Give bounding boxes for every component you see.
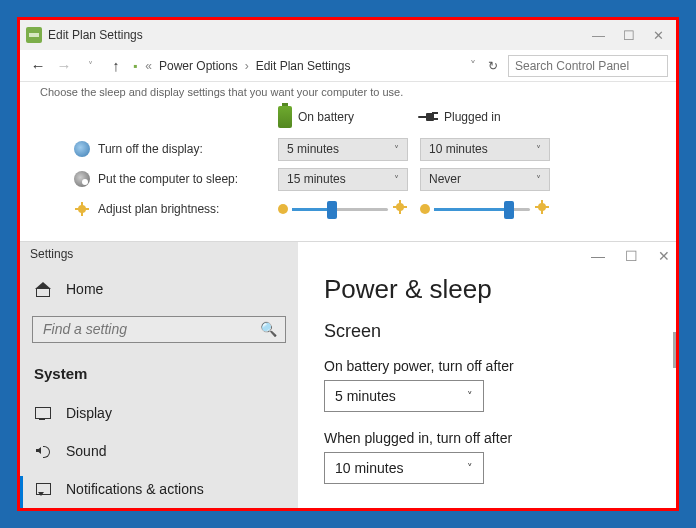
- sound-label: Sound: [66, 443, 106, 459]
- settings-search-input[interactable]: [41, 320, 260, 338]
- refresh-button[interactable]: ↻: [488, 59, 498, 73]
- chevron-down-icon: ˅: [394, 144, 399, 155]
- on-battery-label: On battery: [298, 110, 354, 124]
- screen-plugged-select[interactable]: 10 minutes˅: [324, 452, 484, 484]
- brightness-battery-slider[interactable]: [278, 199, 408, 219]
- sidebar-item-display[interactable]: Display: [20, 394, 298, 432]
- display-label: Display: [66, 405, 112, 421]
- chevron-down-icon: ˅: [536, 174, 541, 185]
- sleep-icon: [74, 171, 90, 187]
- cp-search-input[interactable]: [508, 55, 668, 77]
- turn-off-display-row: Turn off the display: 5 minutes˅ 10 minu…: [74, 134, 656, 164]
- screen-battery-label: On battery power, turn off after: [324, 358, 676, 374]
- power-plan-icon: [26, 27, 42, 43]
- sidebar-item-sound[interactable]: Sound: [20, 432, 298, 470]
- cp-intro-text: Choose the sleep and display settings th…: [20, 82, 676, 106]
- dim-sun-icon: [420, 204, 430, 214]
- display-icon: [74, 141, 90, 157]
- brightness-plugged-slider[interactable]: [420, 199, 550, 219]
- close-button[interactable]: ✕: [653, 28, 664, 43]
- notifications-icon: [34, 480, 52, 498]
- sleep-battery-select[interactable]: 15 minutes˅: [278, 168, 408, 191]
- up-button[interactable]: ↑: [106, 57, 126, 74]
- back-button[interactable]: ←: [28, 57, 48, 74]
- screen-battery-select[interactable]: 5 minutes˅: [324, 380, 484, 412]
- cp-titlebar[interactable]: Edit Plan Settings — ☐ ✕: [20, 20, 676, 50]
- sidebar-selection-indicator: [20, 476, 23, 508]
- brightness-row: Adjust plan brightness:: [74, 194, 656, 224]
- sidebar-item-notifications[interactable]: Notifications & actions: [20, 470, 298, 508]
- plugged-in-header: Plugged in: [418, 110, 558, 124]
- sidebar-category-system[interactable]: System: [20, 353, 298, 394]
- settings-minimize-button[interactable]: —: [591, 248, 605, 264]
- settings-maximize-button[interactable]: ☐: [625, 248, 638, 264]
- settings-main: — ☐ ✕ Power & sleep Screen On battery po…: [298, 242, 676, 508]
- sleep-row-label: Put the computer to sleep:: [98, 172, 238, 186]
- forward-button[interactable]: →: [54, 57, 74, 74]
- display-icon: [34, 404, 52, 422]
- maximize-button[interactable]: ☐: [623, 28, 635, 43]
- display-plugged-select[interactable]: 10 minutes˅: [420, 138, 550, 161]
- breadcrumb-edit-plan[interactable]: Edit Plan Settings: [256, 59, 351, 73]
- settings-search[interactable]: 🔍: [32, 316, 286, 343]
- dim-sun-icon: [278, 204, 288, 214]
- sleep-row: Put the computer to sleep: 15 minutes˅ N…: [74, 164, 656, 194]
- home-icon: [34, 280, 52, 298]
- screen-section-header: Screen: [324, 321, 676, 342]
- settings-sidebar: Settings Home 🔍 System Display Sound Not…: [20, 242, 298, 508]
- page-title: Power & sleep: [324, 274, 676, 305]
- bright-sun-icon: [392, 199, 408, 219]
- recent-button[interactable]: ˅: [80, 60, 100, 71]
- cp-title: Edit Plan Settings: [48, 28, 143, 42]
- folder-icon: ▪: [132, 59, 138, 73]
- settings-close-button[interactable]: ✕: [658, 248, 670, 264]
- settings-window: Settings Home 🔍 System Display Sound Not…: [20, 241, 676, 508]
- edit-plan-settings-window: Edit Plan Settings — ☐ ✕ ← → ˅ ↑ ▪ « Pow…: [20, 20, 676, 241]
- bright-sun-icon: [534, 199, 550, 219]
- minimize-button[interactable]: —: [592, 28, 605, 43]
- breadcrumb-dropdown[interactable]: ˅: [470, 59, 476, 73]
- breadcrumb-power-options[interactable]: Power Options: [159, 59, 238, 73]
- plugged-in-label: Plugged in: [444, 110, 501, 124]
- display-battery-select[interactable]: 5 minutes˅: [278, 138, 408, 161]
- display-row-label: Turn off the display:: [98, 142, 203, 156]
- battery-icon: [278, 106, 292, 128]
- cp-nav-bar: ← → ˅ ↑ ▪ « Power Options › Edit Plan Se…: [20, 50, 676, 82]
- on-battery-header: On battery: [278, 106, 418, 128]
- search-icon: 🔍: [260, 321, 277, 337]
- chevron-down-icon: ˅: [467, 390, 473, 403]
- plug-icon: [418, 111, 438, 123]
- home-label: Home: [66, 281, 103, 297]
- brightness-icon: [74, 201, 90, 217]
- brightness-row-label: Adjust plan brightness:: [98, 202, 219, 216]
- chevron-down-icon: ˅: [394, 174, 399, 185]
- sidebar-home[interactable]: Home: [20, 270, 298, 308]
- screen-plugged-label: When plugged in, turn off after: [324, 430, 676, 446]
- settings-titlebar[interactable]: Settings: [20, 242, 298, 266]
- chevron-down-icon: ˅: [467, 462, 473, 475]
- scrollbar-thumb[interactable]: [673, 332, 676, 368]
- sleep-plugged-select[interactable]: Never˅: [420, 168, 550, 191]
- chevron-down-icon: ˅: [536, 144, 541, 155]
- notifications-label: Notifications & actions: [66, 481, 204, 497]
- sound-icon: [34, 442, 52, 460]
